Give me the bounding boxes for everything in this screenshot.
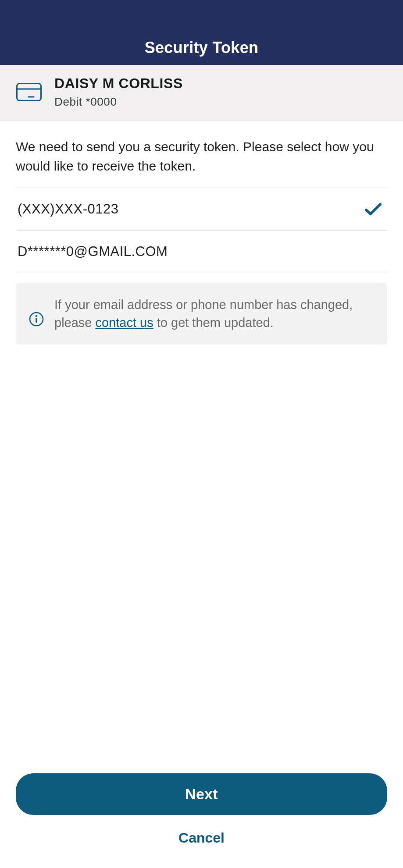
info-box: If your email address or phone number ha… (16, 283, 387, 345)
option-label: (XXX)XXX-0123 (18, 201, 119, 217)
info-text: If your email address or phone number ha… (54, 296, 370, 331)
page-title: Security Token (145, 39, 259, 57)
instruction-text: We need to send you a security token. Pl… (16, 137, 387, 175)
next-button[interactable]: Next (16, 773, 387, 815)
option-email[interactable]: D*******0@GMAIL.COM (16, 231, 387, 273)
option-phone[interactable]: (XXX)XXX-0123 (16, 188, 387, 231)
contact-us-link[interactable]: contact us (96, 316, 153, 330)
main-content: We need to send you a security token. Pl… (0, 121, 403, 773)
option-label: D*******0@GMAIL.COM (18, 244, 168, 260)
account-subtitle: Debit *0000 (54, 95, 183, 109)
cancel-button[interactable]: Cancel (16, 815, 387, 850)
info-icon (28, 311, 45, 327)
check-icon (364, 201, 383, 217)
card-icon (16, 82, 42, 102)
account-banner: DAISY M CORLISS Debit *0000 (0, 65, 403, 121)
svg-point-4 (36, 315, 37, 317)
info-post-text: to get them updated. (153, 316, 274, 330)
app-header: Security Token (0, 0, 403, 65)
account-name: DAISY M CORLISS (54, 75, 183, 92)
footer-actions: Next Cancel (0, 773, 403, 868)
account-text: DAISY M CORLISS Debit *0000 (54, 75, 183, 109)
delivery-option-list: (XXX)XXX-0123 D*******0@GMAIL.COM (16, 188, 387, 273)
svg-rect-5 (36, 318, 37, 323)
svg-rect-0 (17, 84, 41, 101)
